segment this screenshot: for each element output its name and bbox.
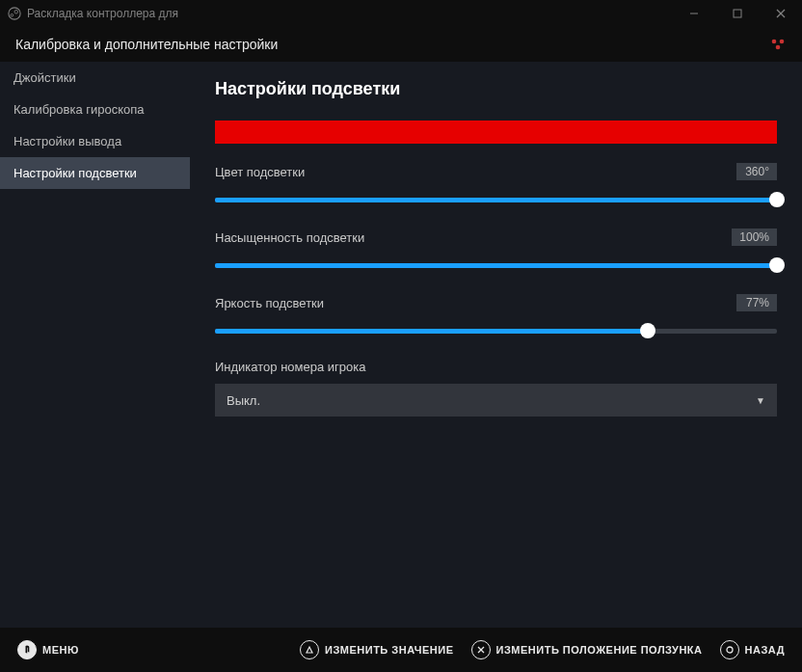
cross-icon (471, 640, 491, 659)
minimize-button[interactable] (672, 0, 715, 27)
setting-value-field[interactable]: 77% (736, 294, 777, 311)
sidebar-item-label: Калибровка гироскопа (13, 102, 145, 117)
controller-status-icon[interactable] (769, 38, 787, 51)
select-value: Выкл. (227, 393, 260, 408)
titlebar: Раскладка контроллера для (0, 0, 802, 27)
footer: МЕНЮ ИЗМЕНИТЬ ЗНАЧЕНИЕ ИЗМЕНИТЬ ПОЛОЖЕНИ… (0, 628, 802, 672)
setting-label: Цвет подсветки (215, 165, 305, 179)
sidebar: Джойстики Калибровка гироскопа Настройки… (0, 62, 190, 628)
svg-point-9 (776, 45, 781, 50)
svg-point-7 (772, 40, 777, 44)
footer-back[interactable]: НАЗАД (720, 640, 785, 659)
main-title: Настройки подсветки (215, 79, 777, 99)
footer-label: ИЗМЕНИТЬ ЗНАЧЕНИЕ (325, 644, 454, 656)
color-preview (215, 121, 777, 144)
window-title: Раскладка контроллера для (27, 7, 178, 20)
setting-saturation: Насыщенность подсветки 100% (215, 228, 777, 273)
close-button[interactable] (759, 0, 802, 27)
svg-point-0 (9, 8, 20, 19)
triangle-icon (300, 640, 319, 659)
footer-change-value[interactable]: ИЗМЕНИТЬ ЗНАЧЕНИЕ (300, 640, 454, 659)
footer-label: ИЗМЕНИТЬ ПОЛОЖЕНИЕ ПОЛЗУНКА (496, 644, 703, 656)
maximize-button[interactable] (715, 0, 759, 27)
slider-thumb[interactable] (640, 323, 655, 338)
setting-value-field[interactable]: 360° (736, 163, 777, 180)
sidebar-item-joysticks[interactable]: Джойстики (0, 62, 190, 94)
player-indicator-label: Индикатор номера игрока (215, 360, 777, 374)
chevron-down-icon: ▼ (756, 395, 765, 406)
window: Раскладка контроллера для Калибровка и д… (0, 0, 802, 672)
sidebar-item-label: Джойстики (13, 70, 76, 85)
footer-change-slider[interactable]: ИЗМЕНИТЬ ПОЛОЖЕНИЕ ПОЛЗУНКА (471, 640, 703, 659)
svg-rect-4 (734, 10, 741, 17)
sidebar-item-gyro[interactable]: Калибровка гироскопа (0, 94, 190, 125)
player-indicator-select[interactable]: Выкл. ▼ (215, 384, 777, 417)
ps-icon (17, 640, 37, 659)
setting-label: Насыщенность подсветки (215, 230, 364, 245)
footer-label: НАЗАД (745, 644, 785, 656)
sidebar-item-label: Настройки вывода (13, 134, 121, 148)
body: Джойстики Калибровка гироскопа Настройки… (0, 62, 802, 628)
sidebar-item-output[interactable]: Настройки вывода (0, 125, 190, 157)
svg-point-2 (11, 13, 13, 16)
svg-point-8 (780, 40, 785, 44)
footer-label: МЕНЮ (42, 644, 79, 656)
footer-menu-button[interactable]: МЕНЮ (17, 640, 79, 659)
setting-brightness: Яркость подсветки 77% (215, 294, 777, 338)
svg-point-1 (14, 11, 18, 14)
brightness-slider[interactable] (215, 323, 777, 338)
setting-label: Яркость подсветки (215, 296, 324, 310)
sidebar-item-lighting[interactable]: Настройки подсветки (0, 157, 190, 189)
slider-thumb[interactable] (769, 192, 785, 207)
page-header: Калибровка и дополнительные настройки (0, 27, 802, 62)
header-title: Калибровка и дополнительные настройки (15, 37, 278, 52)
circle-icon (720, 640, 739, 659)
steam-icon (8, 7, 21, 20)
saturation-slider[interactable] (215, 257, 777, 273)
window-controls (672, 0, 802, 27)
hue-slider[interactable] (215, 192, 777, 207)
svg-point-12 (727, 647, 733, 653)
slider-thumb[interactable] (769, 257, 785, 273)
setting-hue: Цвет подсветки 360° (215, 163, 777, 207)
setting-value-field[interactable]: 100% (732, 228, 777, 246)
main-panel: Настройки подсветки Цвет подсветки 360° … (190, 62, 802, 628)
sidebar-item-label: Настройки подсветки (13, 166, 137, 180)
